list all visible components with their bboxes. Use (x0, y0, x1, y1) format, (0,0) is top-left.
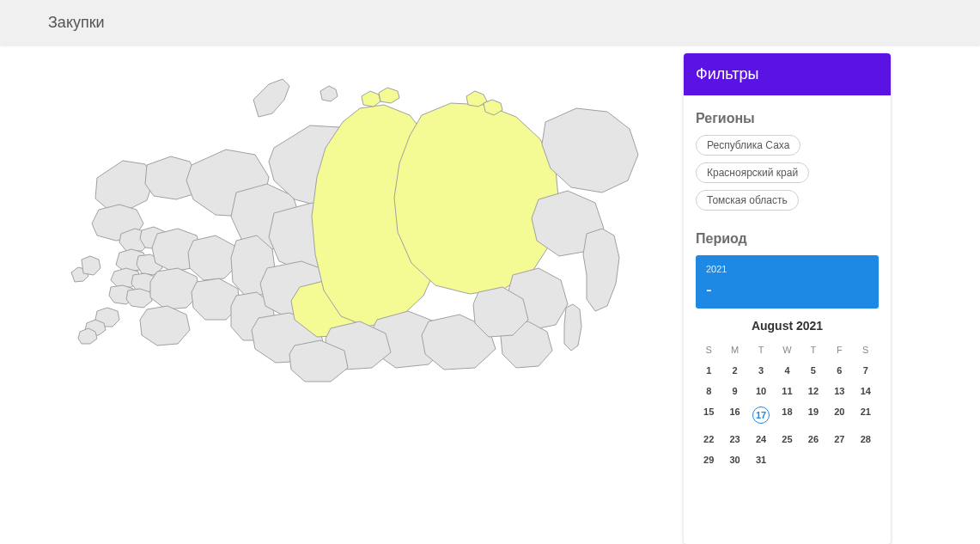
calendar-day[interactable]: 11 (774, 381, 800, 401)
calendar-day[interactable]: 9 (721, 381, 747, 401)
calendar-day[interactable]: 8 (696, 381, 721, 401)
calendar-day[interactable]: 4 (774, 360, 800, 381)
calendar-day[interactable]: 30 (721, 449, 747, 470)
calendar-day[interactable]: 7 (853, 360, 879, 381)
map-region-sakhalin[interactable] (564, 304, 581, 351)
calendar-dow: T (800, 341, 826, 360)
calendar: August 2021 SMTWTFS123456789101112131415… (696, 319, 879, 470)
calendar-day[interactable]: 19 (800, 401, 826, 429)
calendar-day[interactable]: 6 (826, 360, 852, 381)
calendar-day[interactable]: 17 (748, 401, 774, 429)
calendar-day[interactable]: 26 (800, 429, 826, 449)
russia-map[interactable] (9, 62, 667, 423)
calendar-grid: SMTWTFS123456789101112131415161718192021… (696, 341, 879, 470)
calendar-dow: S (853, 341, 879, 360)
map-region-novaya-zemlya[interactable] (253, 79, 289, 117)
map-region-sakha[interactable] (394, 103, 559, 294)
calendar-day[interactable]: 15 (696, 401, 721, 429)
map-region-kras-island-1[interactable] (362, 91, 380, 107)
content: Фильтры Регионы Республика Саха Краснояр… (0, 45, 980, 544)
filters-body: Регионы Республика Саха Красноярский кра… (684, 95, 891, 544)
region-chip-krasnoyarsk[interactable]: Красноярский край (696, 162, 809, 183)
page-title: Закупки (48, 14, 105, 32)
app-header: Закупки (0, 0, 980, 45)
calendar-day[interactable]: 13 (826, 381, 852, 401)
map-region-vu-3[interactable] (140, 306, 190, 345)
calendar-day[interactable]: 23 (721, 429, 747, 449)
map-region-kras-island-2[interactable] (379, 88, 399, 103)
calendar-day[interactable]: 28 (853, 429, 879, 449)
calendar-day[interactable]: 25 (774, 429, 800, 449)
period-section-label: Период (696, 231, 879, 247)
map-region-arctic-isl-1[interactable] (320, 86, 338, 101)
calendar-day[interactable]: 27 (826, 429, 852, 449)
calendar-day[interactable]: 20 (826, 401, 852, 429)
map-region-vu-4[interactable] (188, 235, 238, 280)
calendar-day[interactable]: 31 (748, 449, 774, 470)
calendar-dow: W (774, 341, 800, 360)
region-chip-sakha[interactable]: Республика Саха (696, 135, 800, 156)
calendar-day[interactable]: 16 (721, 401, 747, 429)
map-region-kamchatka[interactable] (583, 229, 619, 311)
calendar-day[interactable]: 21 (853, 401, 879, 429)
calendar-day[interactable]: 10 (748, 381, 774, 401)
region-chip-tomsk[interactable]: Томская область (696, 190, 799, 211)
calendar-day[interactable]: 22 (696, 429, 721, 449)
calendar-day[interactable]: 5 (800, 360, 826, 381)
map-region-c-8[interactable] (126, 289, 152, 308)
regions-section-label: Регионы (696, 111, 879, 126)
map-region-west-2[interactable] (82, 256, 100, 275)
calendar-dow: S (696, 341, 721, 360)
calendar-day[interactable]: 2 (721, 360, 747, 381)
calendar-day[interactable]: 14 (853, 381, 879, 401)
calendar-day[interactable]: 3 (748, 360, 774, 381)
calendar-day[interactable]: 12 (800, 381, 826, 401)
calendar-day[interactable]: 24 (748, 429, 774, 449)
map-panel (9, 53, 667, 544)
calendar-day[interactable]: 29 (696, 449, 721, 470)
map-region-nw-1[interactable] (95, 161, 154, 209)
calendar-dow: M (721, 341, 747, 360)
calendar-dow: T (748, 341, 774, 360)
calendar-dow: F (826, 341, 852, 360)
region-chips: Республика Саха Красноярский край Томска… (696, 135, 879, 211)
calendar-day[interactable]: 18 (774, 401, 800, 429)
calendar-month-title: August 2021 (696, 319, 879, 333)
filters-panel: Фильтры Регионы Республика Саха Краснояр… (684, 53, 891, 544)
filters-header: Фильтры (684, 53, 891, 95)
calendar-day[interactable]: 1 (696, 360, 721, 381)
period-year: 2021 (706, 264, 868, 274)
period-display[interactable]: 2021 - (696, 255, 879, 309)
period-range: - (706, 281, 868, 298)
